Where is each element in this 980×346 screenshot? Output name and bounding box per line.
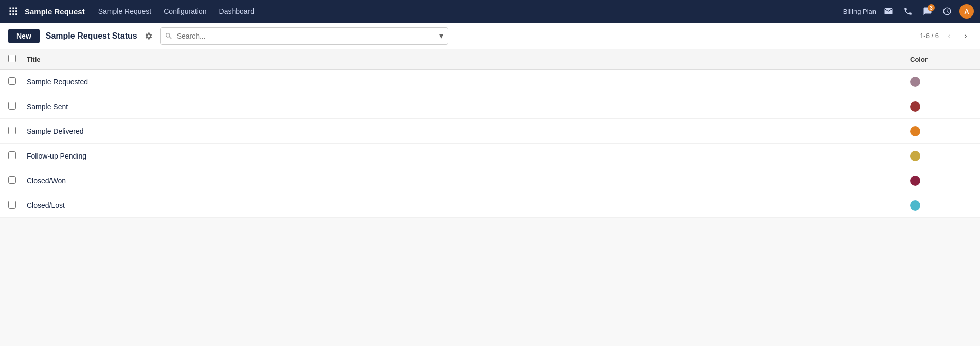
row-color-0 xyxy=(910,77,972,87)
table-row[interactable]: Closed/Lost xyxy=(0,193,980,218)
top-nav-right: Billing Plan 3 A xyxy=(843,4,974,19)
row-checkbox-1 xyxy=(8,102,27,111)
row-title-1: Sample Sent xyxy=(27,102,910,111)
row-checkbox-input-5[interactable] xyxy=(8,201,16,209)
chat-icon[interactable]: 3 xyxy=(920,4,935,19)
pagination: 1-6 / 6 ‹ › xyxy=(920,30,972,42)
phone-icon[interactable] xyxy=(901,4,915,19)
new-button[interactable]: New xyxy=(8,29,40,43)
row-title-4: Closed/Won xyxy=(27,177,910,185)
nav-link-configuration[interactable]: Configuration xyxy=(158,5,211,18)
table-body: Sample Requested Sample Sent Sample Deli… xyxy=(0,70,980,218)
row-checkbox-input-0[interactable] xyxy=(8,77,16,85)
row-checkbox-2 xyxy=(8,127,27,136)
table-header-row: Title Color xyxy=(0,49,980,70)
row-color-1 xyxy=(910,101,972,112)
row-checkbox-3 xyxy=(8,151,27,161)
table-row[interactable]: Follow-up Pending xyxy=(0,144,980,168)
color-dot-5 xyxy=(910,200,920,211)
row-checkbox-input-3[interactable] xyxy=(8,151,16,159)
top-navigation: Sample Request Sample Request Configurat… xyxy=(0,0,980,23)
clock-icon[interactable] xyxy=(940,4,954,19)
header-title-col: Title xyxy=(27,56,910,63)
header-color-col: Color xyxy=(910,56,972,63)
row-title-3: Follow-up Pending xyxy=(27,152,910,160)
settings-gear-icon[interactable] xyxy=(144,31,154,41)
nav-link-dashboard[interactable]: Dashboard xyxy=(214,5,260,18)
row-title-0: Sample Requested xyxy=(27,78,910,86)
pagination-next-button[interactable]: › xyxy=(959,30,972,42)
grid-menu-icon[interactable] xyxy=(6,4,21,19)
row-title-5: Closed/Lost xyxy=(27,201,910,210)
color-dot-0 xyxy=(910,77,920,87)
row-checkbox-input-1[interactable] xyxy=(8,102,16,110)
row-checkbox-input-2[interactable] xyxy=(8,127,16,134)
color-dot-1 xyxy=(910,101,920,112)
row-color-4 xyxy=(910,176,972,186)
row-color-3 xyxy=(910,151,972,161)
color-dot-2 xyxy=(910,126,920,136)
table-row[interactable]: Closed/Won xyxy=(0,168,980,193)
table-row[interactable]: Sample Sent xyxy=(0,94,980,119)
row-title-2: Sample Delivered xyxy=(27,127,910,135)
app-title: Sample Request xyxy=(25,7,85,16)
search-dropdown-button[interactable]: ▾ xyxy=(435,28,448,44)
mail-icon[interactable] xyxy=(881,4,896,19)
row-color-2 xyxy=(910,126,972,136)
select-all-checkbox[interactable] xyxy=(8,55,16,62)
top-nav-links: Sample Request Configuration Dashboard xyxy=(93,5,839,18)
row-checkbox-0 xyxy=(8,77,27,86)
nav-link-sample-request[interactable]: Sample Request xyxy=(93,5,157,18)
table-row[interactable]: Sample Requested xyxy=(0,70,980,94)
color-dot-4 xyxy=(910,176,920,186)
page-title: Sample Request Status xyxy=(46,31,137,41)
search-icon xyxy=(161,32,177,40)
table-row[interactable]: Sample Delivered xyxy=(0,119,980,144)
pagination-prev-button[interactable]: ‹ xyxy=(943,30,955,42)
color-dot-3 xyxy=(910,151,920,161)
search-input[interactable] xyxy=(177,32,435,40)
sub-header: New Sample Request Status ▾ 1-6 / 6 ‹ › xyxy=(0,23,980,49)
billing-plan-label[interactable]: Billing Plan xyxy=(843,8,876,15)
search-bar: ▾ xyxy=(160,27,448,45)
row-checkbox-input-4[interactable] xyxy=(8,176,16,184)
status-table: Title Color Sample Requested Sample Sent… xyxy=(0,49,980,218)
pagination-text: 1-6 / 6 xyxy=(920,32,939,40)
row-color-5 xyxy=(910,200,972,211)
chat-badge: 3 xyxy=(928,4,935,11)
row-checkbox-5 xyxy=(8,201,27,210)
row-checkbox-4 xyxy=(8,176,27,185)
header-checkbox-col xyxy=(8,55,27,64)
user-avatar[interactable]: A xyxy=(959,4,974,19)
